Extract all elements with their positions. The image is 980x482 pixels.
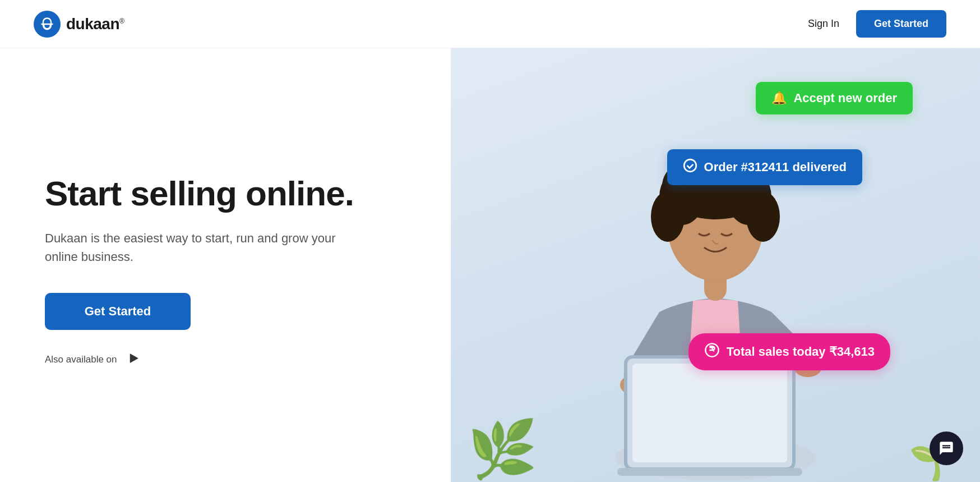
- logo-svg: [39, 16, 55, 32]
- check-circle-icon: [683, 158, 697, 176]
- main-content: Start selling online. Dukaan is the easi…: [0, 48, 980, 482]
- hero-subtitle: Dukaan is the easiest way to start, run …: [45, 229, 359, 266]
- total-sales-label: Total sales today ₹34,613: [727, 345, 875, 359]
- left-section: Start selling online. Dukaan is the easi…: [0, 48, 451, 482]
- available-on-label: Also available on: [45, 354, 117, 365]
- rupee-icon: [704, 342, 720, 361]
- header-actions: Sign In Get Started: [808, 10, 946, 38]
- svg-point-11: [651, 191, 685, 242]
- svg-rect-5: [617, 468, 802, 476]
- hero-title: Start selling online.: [45, 175, 417, 213]
- chat-widget[interactable]: [930, 431, 963, 465]
- svg-point-16: [684, 159, 696, 172]
- right-section: 🌿 🌱: [451, 48, 980, 482]
- sign-in-link[interactable]: Sign In: [808, 18, 839, 30]
- get-started-button-header[interactable]: Get Started: [856, 10, 946, 38]
- total-sales-badge: Total sales today ₹34,613: [688, 333, 890, 370]
- get-started-button-main[interactable]: Get Started: [45, 293, 191, 330]
- svg-point-12: [746, 191, 780, 242]
- dukaan-logo-icon: [34, 11, 61, 38]
- logo-text: dukaan®: [66, 15, 124, 33]
- platform-icons: [124, 352, 141, 368]
- accept-order-badge: 🔔 Accept new order: [756, 82, 913, 114]
- order-delivered-badge: Order #312411 delivered: [667, 149, 862, 185]
- plant-left: 🌿: [468, 416, 538, 482]
- svg-rect-4: [632, 364, 787, 462]
- play-store-icon: [128, 352, 141, 368]
- available-on-area: Also available on: [45, 352, 417, 368]
- chat-icon: [939, 440, 954, 456]
- order-delivered-label: Order #312411 delivered: [704, 160, 847, 175]
- logo-area: dukaan®: [34, 11, 124, 38]
- accept-order-label: Accept new order: [793, 91, 897, 105]
- header: dukaan® Sign In Get Started: [0, 0, 980, 48]
- bell-icon: 🔔: [771, 91, 787, 105]
